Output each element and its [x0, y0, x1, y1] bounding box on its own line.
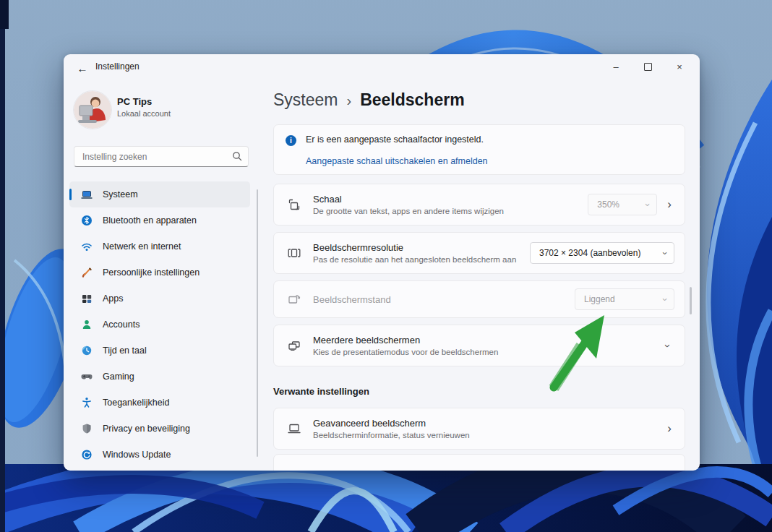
banner-text: Er is een aangepaste schaalfactor ingest… [306, 134, 484, 145]
sidebar-item-label: Accounts [103, 319, 140, 330]
account-type: Lokaal account [117, 109, 171, 118]
chevron-right-icon: › [667, 197, 672, 212]
resolution-row: Beeldschermresolutie Pas de resolutie aa… [273, 232, 685, 274]
scale-row[interactable]: Schaal De grootte van tekst, apps en and… [273, 184, 685, 226]
scale-dropdown[interactable]: 350% › [588, 194, 657, 215]
orientation-value: Liggend [584, 294, 615, 304]
sidebar-item-netwerk[interactable]: Netwerk en internet [69, 233, 250, 259]
orientation-icon [287, 292, 301, 306]
chevron-right-icon: › [667, 421, 672, 436]
sidebar-item-tijd-en-taal[interactable]: Tijd en taal [69, 338, 250, 364]
selected-indicator [69, 189, 72, 200]
accessibility-icon [81, 397, 93, 408]
resolution-icon [287, 246, 301, 260]
sidebar-scrollbar[interactable] [257, 189, 258, 457]
person-icon [81, 319, 93, 330]
settings-window: ← Instellingen – × PC Tips Lokaal acco [64, 54, 700, 471]
resolution-value: 3702 × 2304 (aanbevolen) [539, 248, 640, 258]
sidebar-item-accounts[interactable]: Accounts [69, 312, 250, 338]
info-icon: i [286, 135, 296, 146]
sidebar-item-gaming[interactable]: Gaming [69, 364, 250, 390]
chevron-down-icon: › [659, 298, 670, 301]
sidebar-item-apps[interactable]: Apps [69, 286, 250, 312]
shield-icon [81, 423, 93, 434]
search-icon [232, 151, 242, 161]
sidebar-item-windows-update[interactable]: Windows Update [69, 442, 250, 468]
sidebar-item-systeem[interactable]: Systeem [69, 181, 250, 207]
scale-title: Schaal [313, 194, 588, 205]
window-title: Instellingen [95, 61, 140, 72]
gamepad-icon [81, 371, 93, 382]
chevron-down-icon: › [662, 344, 674, 348]
maximize-icon [644, 63, 652, 71]
custom-scale-banner: i Er is een aangepaste schaalfactor inge… [273, 124, 685, 175]
sidebar-item-label: Privacy en beveiliging [103, 424, 190, 434]
sidebar-item-label: Persoonlijke instellingen [103, 267, 200, 278]
disable-custom-scale-link[interactable]: Aangepaste schaal uitschakelen en afmeld… [306, 156, 673, 166]
scale-subtitle: De grootte van tekst, apps en andere ite… [313, 207, 588, 215]
multiple-displays-subtitle: Kies de presentatiemodus voor de beeldsc… [313, 348, 656, 356]
titlebar: ← Instellingen – × [64, 54, 700, 79]
sidebar-item-bluetooth[interactable]: Bluetooth en apparaten [69, 207, 250, 233]
laptop-icon [81, 189, 93, 200]
partial-row [273, 454, 685, 471]
scale-icon [287, 197, 301, 212]
breadcrumb: Systeem › Beeldscherm [273, 90, 465, 110]
close-icon: × [677, 61, 682, 72]
resolution-title: Beeldschermresolutie [313, 242, 530, 253]
close-button[interactable]: × [664, 54, 695, 79]
minimize-icon: – [613, 61, 618, 72]
multi-display-icon [287, 338, 301, 353]
chevron-down-icon: › [643, 203, 653, 206]
sidebar-item-label: Toegankelijkheid [103, 398, 169, 408]
chevron-down-icon: › [659, 252, 670, 254]
sidebar-item-label: Bluetooth en apparaten [103, 215, 197, 226]
sidebar-item-persoonlijke-instellingen[interactable]: Persoonlijke instellingen [69, 259, 250, 286]
sidebar-item-label: Apps [103, 293, 124, 304]
bluetooth-icon [81, 215, 93, 226]
scale-value: 350% [597, 200, 619, 210]
advanced-display-row[interactable]: Geavanceerd beeldscherm Beeldscherminfor… [273, 408, 685, 450]
clock-globe-icon [81, 345, 93, 356]
apps-grid-icon [81, 293, 93, 304]
advanced-display-icon [287, 421, 301, 436]
multiple-displays-row[interactable]: Meerdere beeldschermen Kies de presentat… [273, 325, 685, 366]
paintbrush-icon [81, 267, 93, 278]
sidebar-item-label: Systeem [103, 189, 138, 200]
sidebar-item-label: Netwerk en internet [103, 241, 181, 252]
sidebar-item-label: Tijd en taal [103, 346, 147, 356]
maximize-button[interactable] [632, 54, 664, 79]
avatar[interactable] [74, 91, 111, 129]
orientation-dropdown: Liggend › [575, 288, 674, 310]
advanced-display-subtitle: Beeldscherminformatie, status vernieuwen [313, 431, 657, 439]
page-title: Beeldscherm [360, 90, 464, 110]
multiple-displays-title: Meerdere beeldschermen [313, 335, 656, 346]
settings-search [74, 146, 249, 167]
advanced-display-title: Geavanceerd beeldscherm [313, 418, 657, 429]
sidebar-item-label: Gaming [103, 372, 134, 382]
orientation-title: Beeldschermstand [313, 294, 575, 305]
chevron-right-icon: › [346, 92, 351, 109]
breadcrumb-parent[interactable]: Systeem [273, 90, 338, 110]
minimize-button[interactable]: – [600, 54, 632, 79]
content-scrollbar[interactable] [690, 287, 692, 314]
related-settings-header: Verwante instellingen [273, 386, 369, 397]
back-button[interactable]: ← [74, 61, 91, 75]
orientation-row: Beeldschermstand Liggend › [273, 280, 685, 318]
sidebar-item-toegankelijkheid[interactable]: Toegankelijkheid [69, 390, 250, 416]
sidebar-nav: Systeem Bluetooth en apparaten Netwerk e… [69, 181, 250, 468]
resolution-dropdown[interactable]: 3702 × 2304 (aanbevolen) › [530, 242, 674, 264]
wifi-icon [81, 241, 93, 252]
account-name: PC Tips [117, 96, 152, 107]
search-input[interactable] [81, 147, 228, 166]
update-icon [81, 449, 93, 460]
sidebar-item-label: Windows Update [103, 450, 171, 460]
resolution-subtitle: Pas de resolutie aan het aangesloten bee… [313, 255, 530, 264]
sidebar-item-privacy[interactable]: Privacy en beveiliging [69, 416, 250, 442]
back-arrow-icon: ← [77, 62, 88, 74]
